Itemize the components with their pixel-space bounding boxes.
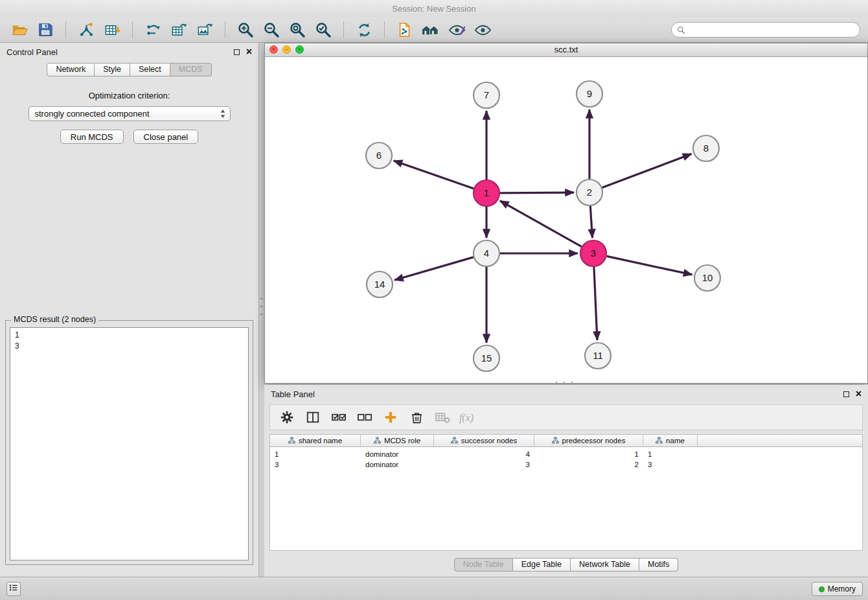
tab-edge-table[interactable]: Edge Table bbox=[513, 558, 571, 571]
memory-label: Memory bbox=[828, 584, 856, 594]
select-all-icon[interactable] bbox=[328, 407, 349, 428]
memory-button[interactable]: Memory bbox=[812, 582, 863, 596]
column-header-name[interactable]: name bbox=[643, 435, 698, 446]
table-settings-icon[interactable] bbox=[277, 407, 297, 428]
panel-splitter-vertical[interactable] bbox=[260, 298, 264, 315]
edge-1-to-2[interactable] bbox=[500, 192, 574, 193]
network-canvas[interactable]: 7968124310141511 bbox=[265, 57, 867, 383]
table-row[interactable]: 3dominator323 bbox=[270, 459, 862, 470]
column-layout-icon[interactable] bbox=[303, 407, 323, 428]
column-header-predecessor-nodes[interactable]: predecessor nodes bbox=[534, 435, 643, 446]
node-3[interactable]: 3 bbox=[580, 240, 606, 266]
edge-1-to-6[interactable] bbox=[394, 161, 474, 189]
deselect-all-icon[interactable] bbox=[354, 407, 375, 428]
node-label: 1 bbox=[484, 187, 489, 198]
show-panel-list-button[interactable] bbox=[6, 582, 21, 596]
add-row-icon[interactable] bbox=[380, 407, 401, 428]
toolbar-separator bbox=[65, 21, 66, 38]
search-input[interactable] bbox=[671, 22, 860, 38]
toolbar-separator bbox=[225, 21, 225, 38]
network-overview-icon[interactable] bbox=[421, 20, 440, 40]
node-11[interactable]: 11 bbox=[585, 343, 611, 369]
float-table-panel-icon[interactable] bbox=[843, 391, 849, 397]
export-table-icon[interactable] bbox=[169, 20, 188, 40]
zoom-out-icon[interactable] bbox=[262, 20, 281, 40]
edge-3-to-10[interactable] bbox=[607, 256, 692, 275]
table-cell: 1 bbox=[643, 450, 698, 458]
toolbar-separator bbox=[384, 21, 385, 38]
column-header-MCDS-role[interactable]: MCDS role bbox=[361, 435, 434, 446]
run-mcds-button[interactable]: Run MCDS bbox=[60, 130, 124, 144]
node-4[interactable]: 4 bbox=[474, 240, 499, 266]
minimize-window-icon[interactable]: – bbox=[282, 45, 291, 54]
open-file-icon[interactable] bbox=[10, 20, 29, 40]
close-table-panel-icon[interactable]: × bbox=[856, 390, 862, 398]
tab-select[interactable]: Select bbox=[130, 63, 170, 76]
list-icon bbox=[8, 583, 19, 595]
zoom-window-icon[interactable]: + bbox=[295, 45, 304, 54]
save-session-icon[interactable] bbox=[36, 20, 55, 40]
node-1[interactable]: 1 bbox=[474, 180, 499, 206]
tab-motifs[interactable]: Motifs bbox=[639, 558, 678, 571]
table-panel-title: Table Panel bbox=[271, 389, 315, 399]
table-cell: dominator bbox=[361, 461, 434, 468]
column-header-shared-name[interactable]: shared name bbox=[270, 435, 361, 446]
close-panel-icon[interactable]: × bbox=[246, 48, 252, 56]
node-table-body: 1dominator4113dominator323 bbox=[270, 447, 862, 470]
tab-mcds[interactable]: MCDS bbox=[170, 63, 212, 76]
table-row[interactable]: 1dominator411 bbox=[270, 449, 862, 459]
node-14[interactable]: 14 bbox=[367, 271, 393, 297]
delete-row-icon[interactable] bbox=[406, 407, 427, 428]
tab-network-table[interactable]: Network Table bbox=[571, 558, 639, 571]
optimization-criterion-label: Optimization criterion: bbox=[0, 91, 258, 100]
node-8[interactable]: 8 bbox=[693, 135, 719, 161]
refresh-icon[interactable] bbox=[354, 20, 374, 40]
zoom-in-icon[interactable] bbox=[236, 20, 255, 40]
close-panel-button[interactable]: Close panel bbox=[133, 130, 199, 144]
network-window-titlebar[interactable]: × – + scc.txt bbox=[265, 43, 867, 57]
toolbar-separator bbox=[132, 21, 133, 38]
import-network-icon[interactable] bbox=[76, 20, 96, 40]
column-header-label: predecessor nodes bbox=[562, 437, 626, 444]
tab-node-table[interactable]: Node Table bbox=[454, 558, 513, 571]
column-header-label: successor nodes bbox=[461, 437, 517, 444]
optimization-criterion-select[interactable]: strongly connected component bbox=[29, 106, 231, 121]
node-9[interactable]: 9 bbox=[577, 81, 602, 107]
tab-style[interactable]: Style bbox=[95, 63, 130, 76]
mcds-result-text[interactable]: 1 3 bbox=[10, 327, 249, 560]
zoom-selected-icon[interactable] bbox=[314, 20, 333, 40]
column-header-successor-nodes[interactable]: successor nodes bbox=[434, 435, 534, 446]
node-6[interactable]: 6 bbox=[366, 143, 392, 168]
edge-4-to-14[interactable] bbox=[394, 257, 474, 280]
search-box bbox=[671, 22, 860, 38]
node-2[interactable]: 2 bbox=[577, 179, 602, 205]
apply-style-icon[interactable] bbox=[447, 20, 466, 40]
attribute-tree-icon bbox=[552, 437, 559, 445]
toolbar-separator bbox=[343, 21, 344, 38]
node-label: 11 bbox=[593, 350, 603, 361]
table-cell: 2 bbox=[534, 461, 643, 468]
table-panel-header: Table Panel × bbox=[264, 385, 868, 403]
export-image-icon[interactable] bbox=[195, 20, 214, 40]
table-cell: dominator bbox=[361, 450, 434, 458]
float-panel-icon[interactable] bbox=[234, 49, 240, 55]
edge-2-to-3[interactable] bbox=[590, 206, 592, 238]
table-cell: 3 bbox=[643, 461, 698, 468]
node-10[interactable]: 10 bbox=[694, 265, 720, 291]
node-7[interactable]: 7 bbox=[474, 82, 499, 108]
node-table-header: shared nameMCDS rolesuccessor nodesprede… bbox=[270, 435, 862, 447]
edge-2-to-8[interactable] bbox=[602, 154, 692, 187]
close-window-icon[interactable]: × bbox=[269, 45, 278, 54]
show-hide-panels-icon[interactable] bbox=[473, 20, 492, 40]
zoom-fit-icon[interactable] bbox=[288, 20, 307, 40]
edge-3-to-11[interactable] bbox=[594, 267, 597, 340]
table-panel: Table Panel × f(x) shared nameMCDS roles… bbox=[264, 385, 868, 577]
import-table-icon[interactable] bbox=[102, 20, 122, 40]
export-network-icon[interactable] bbox=[143, 20, 163, 40]
tab-network[interactable]: Network bbox=[47, 63, 95, 76]
node-15[interactable]: 15 bbox=[474, 345, 499, 371]
new-network-from-selection-icon[interactable] bbox=[395, 20, 415, 40]
node-table: shared nameMCDS rolesuccessor nodesprede… bbox=[269, 434, 863, 551]
node-label: 3 bbox=[591, 248, 596, 259]
edge-3-to-1[interactable] bbox=[500, 201, 582, 247]
